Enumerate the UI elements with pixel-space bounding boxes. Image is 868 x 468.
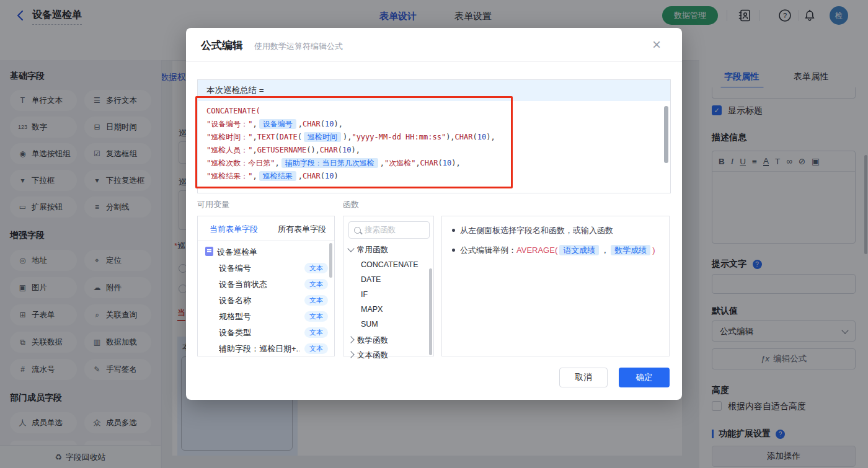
tree-field[interactable]: 规格型号文本 [219, 310, 335, 324]
functions-panel: 搜索函数 常用函数 CONCATENATE DATE IF MAPX SUM 数… [343, 216, 434, 356]
formula-help-panel: 从左侧面板选择字段名和函数，或输入函数 公式编辑举例：AVERAGE(语文成绩，… [441, 216, 670, 356]
editor-scrollbar[interactable] [664, 106, 668, 163]
formula-edit-modal: 公式编辑 使用数学运算符编辑公式 × 本次巡检总结 = CONCATENATE(… [186, 28, 682, 400]
tree-field[interactable]: 设备名称文本 [219, 294, 335, 307]
variables-scrollbar[interactable] [329, 243, 332, 278]
tree-field[interactable]: 设备编号文本 [219, 262, 335, 275]
function-item[interactable]: CONCATENATE [361, 258, 418, 271]
functions-scrollbar[interactable] [429, 268, 432, 355]
search-placeholder: 搜索函数 [365, 225, 396, 236]
function-group-math[interactable]: 数学函数 [348, 334, 388, 347]
tree-field[interactable]: 设备当前状态文本 [219, 278, 335, 291]
field-type-badge: 文本 [304, 295, 328, 306]
annotation-highlight-box [195, 96, 513, 188]
function-item[interactable]: MAPX [361, 303, 383, 316]
field-type-badge: 文本 [304, 311, 328, 322]
variables-label: 可用变量 [197, 199, 229, 210]
help-example: 公式编辑举例：AVERAGE(语文成绩，数学成绩) [460, 245, 655, 256]
modal-header: 公式编辑 使用数学运算符编辑公式 × [186, 28, 682, 62]
chevron-collapsed-icon [347, 351, 354, 358]
modal-subtitle: 使用数学运算符编辑公式 [254, 41, 343, 52]
tab-all-form-fields[interactable]: 所有表单字段 [278, 224, 326, 235]
app-window: 设备巡检单 表单设计 表单设置 数据管理 ? 检 ⊘ 表单外链 ⊠ 后端脚本 ⊡… [0, 0, 868, 468]
functions-label: 函数 [343, 199, 359, 210]
field-type-badge: 文本 [304, 327, 328, 338]
chevron-collapsed-icon [347, 336, 354, 343]
tree-root[interactable]: 设备巡检单 [205, 245, 257, 259]
cancel-button[interactable]: 取消 [559, 368, 608, 387]
close-icon[interactable]: × [652, 36, 661, 53]
help-tip-2: 公式编辑举例：AVERAGE(语文成绩，数学成绩) [452, 245, 659, 256]
function-group-common[interactable]: 常用函数 [348, 244, 388, 256]
field-type-badge: 文本 [304, 343, 328, 354]
tab-current-form-fields[interactable]: 当前表单字段 [210, 224, 258, 235]
modal-title: 公式编辑 [201, 38, 243, 53]
bullet [452, 249, 455, 252]
function-group-text[interactable]: 文本函数 [348, 349, 388, 361]
field-type-badge: 文本 [304, 279, 328, 289]
tree-field[interactable]: 辅助字段：巡检日期+...文本 [219, 342, 335, 356]
form-doc-icon [205, 247, 213, 256]
confirm-button[interactable]: 确定 [619, 368, 670, 387]
tree-field[interactable]: 设备类型文本 [219, 326, 335, 340]
function-search[interactable]: 搜索函数 [348, 221, 430, 239]
variables-panel: 当前表单字段 所有表单字段 设备巡检单 设备编号文本 设备当前状态文本 设备名称… [197, 216, 335, 356]
chevron-expanded-icon [347, 245, 354, 252]
function-item[interactable]: SUM [361, 318, 378, 330]
help-tip-1: 从左侧面板选择字段名和函数，或输入函数 [452, 225, 659, 236]
function-item[interactable]: IF [361, 288, 368, 301]
function-item[interactable]: DATE [361, 273, 381, 286]
search-icon [354, 227, 361, 234]
field-type-badge: 文本 [304, 263, 328, 273]
bullet [452, 229, 455, 232]
